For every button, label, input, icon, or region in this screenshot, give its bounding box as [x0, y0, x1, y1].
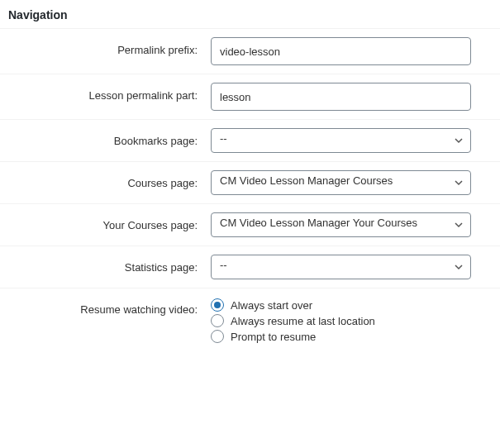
row-your-courses-page: Your Courses page: CM Video Lesson Manag… [0, 203, 500, 245]
label-courses-page: Courses page: [8, 170, 211, 189]
radio-label: Always resume at last location [231, 315, 375, 327]
statistics-page-select[interactable]: -- [211, 255, 471, 279]
radio-input[interactable] [211, 298, 224, 312]
label-lesson-permalink-part: Lesson permalink part: [8, 83, 211, 102]
label-permalink-prefix: Permalink prefix: [8, 37, 211, 56]
row-bookmarks-page: Bookmarks page: -- [0, 119, 500, 161]
section-title: Navigation [0, 0, 500, 28]
courses-page-select[interactable]: CM Video Lesson Manager Courses [211, 170, 471, 195]
radio-input[interactable] [211, 314, 224, 327]
radio-input[interactable] [211, 330, 224, 343]
row-permalink-prefix: Permalink prefix: [0, 28, 500, 74]
lesson-permalink-part-input[interactable] [211, 83, 471, 111]
row-resume-watching: Resume watching video: Always start over… [0, 288, 500, 354]
label-your-courses-page: Your Courses page: [8, 212, 211, 231]
label-resume-watching: Resume watching video: [8, 297, 211, 316]
row-courses-page: Courses page: CM Video Lesson Manager Co… [0, 161, 500, 203]
row-statistics-page: Statistics page: -- [0, 245, 500, 288]
radio-label: Always start over [231, 299, 312, 312]
radio-option-prompt-resume[interactable]: Prompt to resume [211, 330, 483, 343]
radio-label: Prompt to resume [231, 331, 316, 343]
label-bookmarks-page: Bookmarks page: [8, 128, 211, 147]
resume-watching-radio-group: Always start over Always resume at last … [211, 297, 483, 343]
radio-option-always-start-over[interactable]: Always start over [211, 298, 483, 312]
your-courses-page-select[interactable]: CM Video Lesson Manager Your Courses [211, 212, 471, 237]
radio-option-always-resume[interactable]: Always resume at last location [211, 314, 483, 327]
row-lesson-permalink-part: Lesson permalink part: [0, 74, 500, 119]
label-statistics-page: Statistics page: [8, 255, 211, 274]
bookmarks-page-select[interactable]: -- [211, 128, 471, 153]
permalink-prefix-input[interactable] [211, 37, 471, 65]
